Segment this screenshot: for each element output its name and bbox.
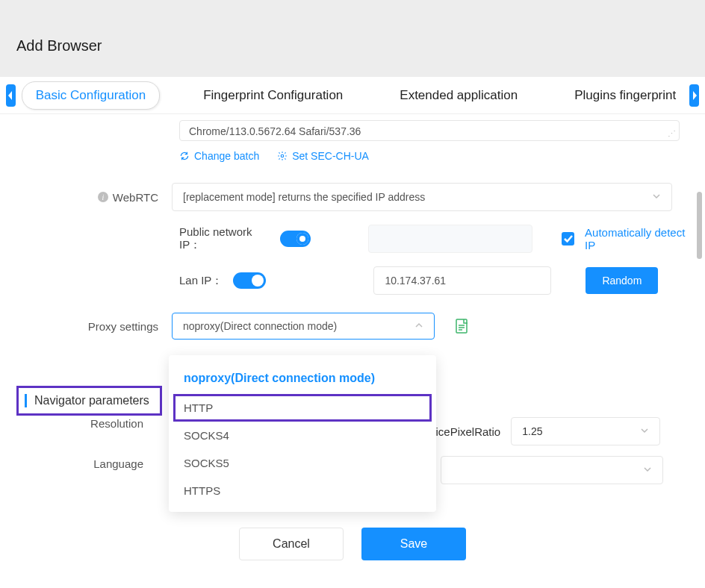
change-batch-link[interactable]: Change batch <box>179 150 259 162</box>
tab-fingerprint-configuration[interactable]: Fingerprint Configuration <box>190 82 356 109</box>
chevron-down-icon <box>643 463 652 477</box>
proxy-dropdown: noproxy(Direct connection mode) HTTP SOC… <box>169 355 436 512</box>
tab-extended-application[interactable]: Extended application <box>386 82 531 109</box>
device-pixel-ratio-select[interactable]: 1.25 <box>511 417 660 445</box>
check-icon <box>564 235 573 243</box>
chevron-down-icon <box>652 191 661 203</box>
cancel-button[interactable]: Cancel <box>239 528 344 560</box>
language-row: Language <box>0 457 157 470</box>
random-button[interactable]: Random <box>586 267 658 294</box>
set-sec-ch-ua-link[interactable]: Set SEC-CH-UA <box>277 150 369 162</box>
user-agent-textarea[interactable]: Chrome/113.0.5672.64 Safari/537.36 ⋰ <box>179 120 680 141</box>
lan-ip-input[interactable]: 10.174.37.61 <box>373 266 551 295</box>
svg-point-0 <box>281 154 284 157</box>
public-ip-row: Public network IP： Automatically detect … <box>15 225 690 253</box>
info-icon[interactable]: i <box>98 192 108 202</box>
ua-actions: Change batch Set SEC-CH-UA <box>179 150 690 162</box>
resize-handle-icon[interactable]: ⋰ <box>668 129 676 139</box>
tab-basic-configuration[interactable]: Basic Configuration <box>22 81 160 110</box>
chevron-left-icon <box>7 90 14 101</box>
tabs-row: Basic Configuration Fingerprint Configur… <box>0 77 705 114</box>
tabs-scroll-left[interactable] <box>6 84 16 107</box>
user-agent-value: Chrome/113.0.5672.64 Safari/537.36 <box>189 125 361 137</box>
footer: Cancel Save <box>15 528 690 560</box>
webrtc-row: i WebRTC [replacement mode] returns the … <box>15 183 690 211</box>
language-label: Language <box>0 457 157 470</box>
refresh-icon <box>179 151 190 161</box>
public-ip-label: Public network IP： <box>179 225 270 252</box>
webrtc-mode-select[interactable]: [replacement mode] returns the specified… <box>172 183 672 211</box>
proxy-option-socks5[interactable]: SOCKS5 <box>173 449 432 477</box>
navigator-section-highlight: Navigator parameters <box>16 386 162 416</box>
svg-rect-1 <box>456 319 467 333</box>
device-pixel-ratio-label: vicePixelRatio <box>430 425 500 438</box>
proxy-select[interactable]: noproxy(Direct connection mode) <box>172 313 435 340</box>
webrtc-label: i WebRTC <box>15 191 172 204</box>
save-button[interactable]: Save <box>361 528 466 560</box>
auto-detect-ip-label: Automatically detect IP <box>585 226 690 251</box>
chevron-right-icon <box>691 90 698 101</box>
document-icon[interactable] <box>456 319 469 334</box>
proxy-row: Proxy settings noproxy(Direct connection… <box>15 313 690 340</box>
public-ip-toggle[interactable] <box>280 231 311 247</box>
auto-detect-ip-checkbox[interactable] <box>562 232 574 245</box>
device-pixel-ratio-row: vicePixelRatio 1.25 <box>430 417 660 445</box>
page-header: Add Browser <box>0 0 705 77</box>
tabs: Basic Configuration Fingerprint Configur… <box>22 81 689 110</box>
tab-plugins-fingerprint[interactable]: Plugins fingerprint <box>561 82 689 109</box>
lan-ip-label: Lan IP： <box>179 274 223 288</box>
chevron-down-icon <box>640 425 649 437</box>
resolution-label: Resolution <box>0 417 157 430</box>
proxy-label: Proxy settings <box>15 320 172 333</box>
content: Chrome/113.0.5672.64 Safari/537.36 ⋰ Cha… <box>0 120 705 583</box>
tabs-scroll-right[interactable] <box>689 84 699 107</box>
lan-ip-row: Lan IP： 10.174.37.61 Random <box>15 266 690 295</box>
lan-ip-toggle[interactable] <box>233 272 266 289</box>
resolution-row: Resolution <box>0 417 157 430</box>
scrollbar-thumb[interactable] <box>697 192 702 259</box>
chevron-up-icon <box>414 320 423 332</box>
proxy-option-http[interactable]: HTTP <box>173 394 432 422</box>
public-ip-input[interactable] <box>368 225 532 253</box>
page-title: Add Browser <box>16 37 705 54</box>
gear-icon <box>277 151 288 161</box>
language-select[interactable] <box>441 456 663 484</box>
proxy-option-selected[interactable]: noproxy(Direct connection mode) <box>173 367 432 394</box>
proxy-option-https[interactable]: HTTPS <box>173 477 432 504</box>
proxy-option-socks4[interactable]: SOCKS4 <box>173 422 432 449</box>
navigator-section-title: Navigator parameters <box>25 394 149 407</box>
